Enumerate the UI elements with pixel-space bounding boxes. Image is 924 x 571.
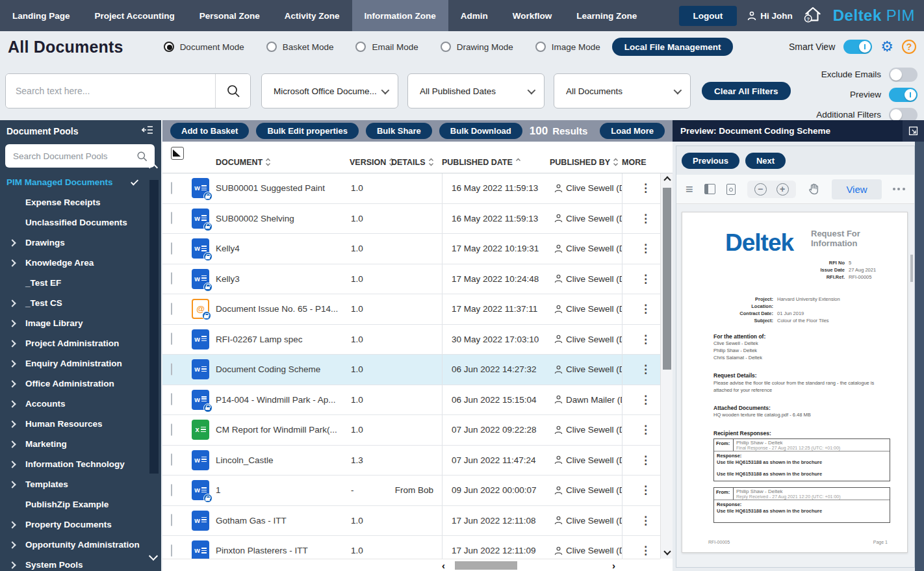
mode-option[interactable]: Drawing Mode bbox=[441, 42, 513, 52]
document-name[interactable]: SUB00001 Suggested Paint bbox=[216, 183, 350, 193]
row-checkbox[interactable] bbox=[171, 453, 172, 466]
chevron-right-icon[interactable] bbox=[8, 380, 16, 387]
table-row[interactable]: RFI-02267 Lamp spec 1.0 30 May 2022 17:0… bbox=[162, 325, 673, 355]
document-name[interactable]: CM Report for Windmill Park(... bbox=[216, 425, 350, 435]
expand-preview-icon[interactable] bbox=[903, 120, 924, 142]
pool-tree-item[interactable]: Enquiry Administration bbox=[0, 353, 161, 374]
radio-icon[interactable] bbox=[164, 42, 174, 52]
scroll-down-arrow[interactable] bbox=[664, 549, 670, 555]
radio-icon[interactable] bbox=[355, 42, 366, 52]
collapse-sidebar-icon[interactable] bbox=[140, 124, 155, 138]
chevron-right-icon[interactable] bbox=[8, 440, 16, 448]
chevron-right-icon[interactable] bbox=[8, 259, 16, 266]
pool-tree-item[interactable]: Expense Receipts bbox=[0, 192, 161, 212]
load-more-button[interactable]: Load More bbox=[600, 123, 665, 139]
local-file-management-button[interactable]: Local File Management bbox=[612, 38, 734, 56]
sidebar-search-input[interactable] bbox=[13, 151, 136, 161]
documents-dropdown[interactable]: All Documents bbox=[554, 73, 691, 108]
kebab-menu-icon[interactable]: ⋮ bbox=[622, 183, 651, 194]
radio-icon[interactable] bbox=[441, 42, 451, 52]
horizontal-scrollbar-thumb[interactable] bbox=[455, 561, 517, 570]
table-row[interactable]: Kelly3 1.0 17 May 2022 10:24:48 Clive Se… bbox=[162, 264, 673, 295]
table-row[interactable]: CM Report for Windmill Park(... 1.0 07 J… bbox=[162, 415, 673, 446]
user-menu[interactable]: Hi John bbox=[747, 11, 793, 21]
table-row[interactable]: Gotham Gas - ITT 1.0 17 Jun 2022 12:11:0… bbox=[162, 506, 673, 537]
column-header[interactable]: DOCUMENT bbox=[216, 157, 350, 173]
previous-button[interactable]: Previous bbox=[682, 153, 739, 169]
table-row[interactable]: Lincoln_Castle 1.3 07 Jun 2022 11:47:24 … bbox=[162, 446, 673, 476]
nav-tab[interactable]: Activity Zone bbox=[272, 0, 352, 31]
column-header[interactable]: PUBLISHED DATE bbox=[442, 157, 550, 173]
table-row[interactable]: P14-004 - Windmill Park - Ap... 1.0 06 J… bbox=[162, 385, 673, 416]
kebab-menu-icon[interactable]: ⋮ bbox=[622, 394, 651, 405]
table-row[interactable]: Document Coding Scheme 1.0 06 Jun 2022 1… bbox=[162, 355, 673, 385]
row-checkbox[interactable] bbox=[171, 272, 172, 285]
chevron-right-icon[interactable] bbox=[8, 461, 16, 468]
pdf-scrollbar-thumb[interactable] bbox=[910, 255, 913, 282]
chevron-right-icon[interactable] bbox=[8, 239, 16, 246]
document-name[interactable]: Kelly4 bbox=[216, 244, 350, 253]
sidebar-scroll-up-arrow[interactable] bbox=[149, 163, 157, 169]
vertical-scrollbar-thumb[interactable] bbox=[663, 188, 671, 370]
row-checkbox[interactable] bbox=[171, 393, 172, 405]
more-options-icon[interactable] bbox=[893, 188, 905, 190]
column-header[interactable]: VERSION bbox=[350, 157, 391, 173]
document-name[interactable]: Kelly3 bbox=[216, 274, 350, 284]
chevron-right-icon[interactable] bbox=[8, 299, 16, 307]
view-button[interactable]: View bbox=[832, 179, 881, 199]
table-row[interactable]: SUB00001 Suggested Paint 1.0 16 May 2022… bbox=[162, 173, 673, 204]
zoom-out-icon[interactable]: − bbox=[754, 183, 767, 196]
row-checkbox[interactable] bbox=[171, 484, 172, 496]
column-header[interactable]: MORE bbox=[622, 158, 673, 173]
search-input[interactable] bbox=[6, 74, 215, 108]
pool-tree-item[interactable]: Opportunity Administration bbox=[0, 535, 161, 555]
mode-option[interactable]: Image Mode bbox=[535, 42, 600, 52]
row-checkbox[interactable] bbox=[171, 303, 172, 315]
home-icon[interactable]: ? bbox=[803, 5, 823, 27]
pool-tree-item[interactable]: Human Resources bbox=[0, 414, 161, 434]
row-checkbox[interactable] bbox=[171, 424, 172, 436]
chevron-right-icon[interactable] bbox=[8, 541, 16, 548]
mode-option[interactable]: Basket Mode bbox=[266, 42, 334, 52]
sidebar-scrollbar-thumb[interactable] bbox=[149, 180, 159, 474]
chevron-right-icon[interactable] bbox=[8, 481, 16, 488]
menu-icon[interactable]: ≡ bbox=[686, 182, 693, 197]
select-all-icon[interactable] bbox=[171, 147, 184, 160]
toggle-switch[interactable] bbox=[889, 88, 918, 102]
pool-tree-item[interactable]: Accounts bbox=[0, 394, 161, 414]
kebab-menu-icon[interactable]: ⋮ bbox=[622, 515, 651, 526]
document-name[interactable]: Lincoln_Castle bbox=[216, 455, 350, 465]
scroll-up-arrow[interactable] bbox=[664, 176, 670, 182]
search-button[interactable] bbox=[216, 74, 250, 108]
kebab-menu-icon[interactable]: ⋮ bbox=[622, 243, 651, 254]
scroll-right-arrow[interactable]: › bbox=[612, 560, 615, 571]
nav-tab[interactable]: Personal Zone bbox=[187, 0, 272, 31]
help-icon[interactable]: ? bbox=[902, 40, 916, 54]
kebab-menu-icon[interactable]: ⋮ bbox=[622, 424, 651, 435]
pool-tree-item[interactable]: Information Technology bbox=[0, 454, 161, 474]
pool-tree-item[interactable]: Image Library bbox=[0, 313, 161, 333]
kebab-menu-icon[interactable]: ⋮ bbox=[622, 545, 651, 556]
chevron-right-icon[interactable] bbox=[8, 561, 16, 568]
kebab-menu-icon[interactable]: ⋮ bbox=[622, 455, 651, 466]
row-checkbox[interactable] bbox=[171, 363, 172, 375]
pool-tree-item[interactable]: PIM Managed Documents bbox=[0, 172, 161, 192]
table-row[interactable]: 1 - From Bob 09 Jun 2022 00:00:07 Clive … bbox=[162, 476, 673, 506]
radio-icon[interactable] bbox=[266, 42, 277, 52]
bulk-action-button[interactable]: Bulk Download bbox=[439, 123, 522, 139]
kebab-menu-icon[interactable]: ⋮ bbox=[622, 273, 651, 285]
pool-tree-item[interactable]: Unclassified Documents bbox=[0, 212, 161, 233]
chevron-right-icon[interactable] bbox=[8, 320, 16, 327]
toggle-switch[interactable] bbox=[889, 68, 918, 82]
chevron-right-icon[interactable] bbox=[8, 340, 16, 347]
table-row[interactable]: SUB00002 Shelving 1.0 16 May 2022 11:59:… bbox=[162, 204, 673, 235]
document-name[interactable]: Pinxton Plasterers - ITT bbox=[216, 546, 350, 555]
table-row[interactable]: Kelly4 1.0 17 May 2022 10:19:31 Clive Se… bbox=[162, 234, 673, 264]
published-dates-dropdown[interactable]: All Published Dates bbox=[407, 73, 545, 108]
chevron-right-icon[interactable] bbox=[8, 360, 16, 367]
table-row[interactable]: Pinxton Plasterers - ITT 1.0 17 Jun 2022… bbox=[162, 536, 673, 559]
column-header[interactable]: PUBLISHED BY bbox=[550, 157, 622, 173]
gear-icon[interactable]: ⚙ bbox=[880, 40, 893, 54]
page-properties-icon[interactable] bbox=[726, 184, 736, 195]
nav-tab[interactable]: Admin bbox=[448, 0, 500, 31]
